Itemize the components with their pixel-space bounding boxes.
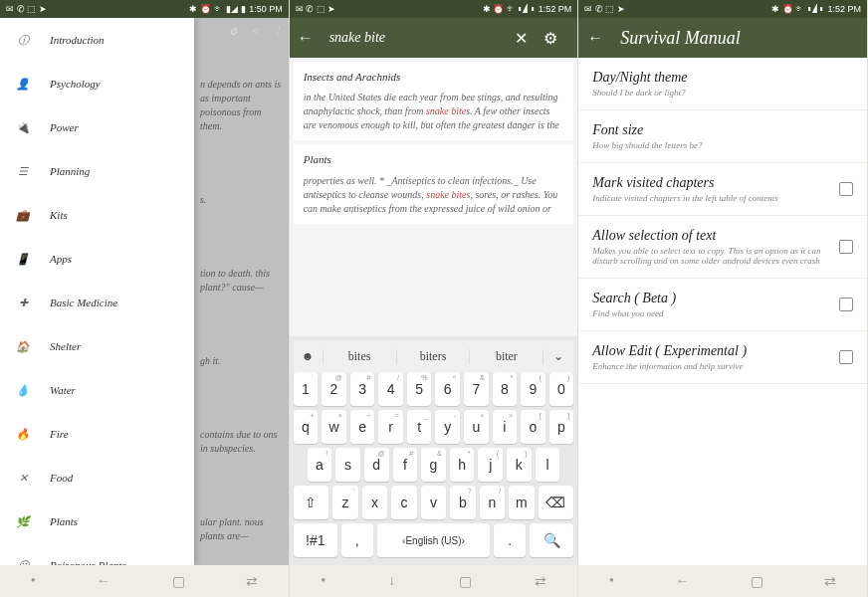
key-y[interactable]: -y bbox=[435, 410, 460, 444]
nav-recent[interactable]: ▢ bbox=[172, 573, 185, 590]
key-6[interactable]: ^6 bbox=[435, 372, 460, 406]
sidebar-item-basic-medicine[interactable]: ✚Basic Medicine bbox=[0, 281, 194, 324]
key-d[interactable]: @d bbox=[364, 448, 389, 482]
key-s[interactable]: s bbox=[335, 448, 360, 482]
key-9[interactable]: (9 bbox=[521, 372, 545, 406]
sidebar-item-psychology[interactable]: 👤Psychology bbox=[0, 62, 194, 105]
key-m[interactable]: m bbox=[509, 486, 534, 519]
sidebar-item-apps[interactable]: 📱Apps bbox=[0, 237, 194, 281]
key-t[interactable]: _t bbox=[407, 410, 432, 444]
sidebar-item-power[interactable]: 🔌Power bbox=[0, 105, 194, 149]
key-h[interactable]: *h bbox=[450, 448, 475, 482]
emoji-key[interactable]: ☻ bbox=[294, 349, 324, 364]
search-result[interactable]: Insects and Arachnidsin the United State… bbox=[294, 62, 574, 140]
nav-switch[interactable]: ⇄ bbox=[535, 573, 546, 590]
nav-back[interactable]: ← bbox=[97, 573, 110, 589]
key-5[interactable]: %5 bbox=[407, 372, 432, 406]
setting-font-size[interactable]: Font sizeHow big should the letters be? bbox=[578, 110, 867, 163]
sidebar-item-planning[interactable]: ☰Planning bbox=[0, 149, 194, 193]
sidebar-item-kits[interactable]: 💼Kits bbox=[0, 193, 194, 237]
checkbox[interactable] bbox=[839, 350, 853, 364]
key-1[interactable]: `1 bbox=[294, 372, 319, 406]
key-3[interactable]: #3 bbox=[350, 372, 375, 406]
setting-mark-visited-chapters[interactable]: Mark visited chaptersIndicate visited ch… bbox=[578, 163, 867, 216]
checkbox[interactable] bbox=[839, 240, 853, 254]
gear-icon[interactable]: ⚙ bbox=[543, 29, 557, 47]
search-input[interactable] bbox=[329, 30, 499, 46]
setting-day-night-theme[interactable]: Day/Night themeShould I be dark or light… bbox=[578, 58, 867, 110]
key-p[interactable]: ]p bbox=[549, 410, 574, 444]
background-text: contains due to ons in subspecies. bbox=[200, 428, 283, 456]
share-icon[interactable]: < bbox=[252, 26, 259, 37]
settings-list[interactable]: Day/Night themeShould I be dark or light… bbox=[578, 58, 867, 565]
sidebar-item-plants[interactable]: 🌿Plants bbox=[0, 499, 194, 543]
checkbox[interactable] bbox=[839, 298, 853, 311]
sidebar-item-water[interactable]: 💧Water bbox=[0, 368, 194, 412]
checkbox[interactable] bbox=[839, 182, 853, 196]
key-z[interactable]: 'z bbox=[332, 486, 357, 519]
settings-app-bar: ← Survival Manual bbox=[578, 18, 867, 58]
sidebar-item-shelter[interactable]: 🏠Shelter bbox=[0, 324, 194, 368]
key-u[interactable]: <u bbox=[464, 410, 489, 444]
key-0[interactable]: )0 bbox=[549, 372, 574, 406]
key-2[interactable]: @2 bbox=[322, 372, 346, 406]
nav-recent[interactable]: ▢ bbox=[459, 573, 472, 590]
nav-dot[interactable]: • bbox=[609, 573, 614, 589]
setting-allow-selection-of-text[interactable]: Allow selection of textMakes you able to… bbox=[578, 216, 867, 279]
setting-allow-edit-experimental-[interactable]: Allow Edit ( Experimental )Enhance the i… bbox=[578, 331, 867, 384]
period-key[interactable]: . bbox=[494, 523, 526, 557]
search-key[interactable]: 🔍 bbox=[530, 523, 573, 557]
nav-switch[interactable]: ⇄ bbox=[824, 573, 836, 590]
space-key[interactable]: ‹ English (US) › bbox=[377, 523, 491, 557]
comma-key[interactable]: , bbox=[341, 523, 373, 557]
backspace-key[interactable]: ⌫ bbox=[539, 486, 574, 519]
sidebar-item-fire[interactable]: 🔥Fire bbox=[0, 412, 194, 456]
key-x[interactable]: x bbox=[362, 486, 387, 519]
overflow-icon[interactable]: ⋮ bbox=[273, 26, 283, 37]
key-a[interactable]: !a bbox=[308, 448, 332, 482]
setting-search-beta-[interactable]: Search ( Beta )Find what you need bbox=[578, 279, 867, 331]
suggestion[interactable]: bites bbox=[324, 349, 397, 364]
key-l[interactable]: l bbox=[536, 448, 560, 482]
gear-icon[interactable]: ⚙ bbox=[229, 26, 238, 37]
suggestion[interactable]: biters bbox=[397, 349, 471, 364]
sidebar-item-food[interactable]: ✕Food bbox=[0, 456, 194, 499]
key-r[interactable]: =r bbox=[378, 410, 403, 444]
search-result[interactable]: Plantsproperties as well. * _Antiseptics… bbox=[294, 144, 574, 223]
sidebar-item-poisonous-plants[interactable]: ☹Poisonous Plants bbox=[0, 543, 194, 565]
back-arrow-icon[interactable]: ← bbox=[298, 29, 314, 47]
key-o[interactable]: [o bbox=[521, 410, 545, 444]
key-g[interactable]: &g bbox=[421, 448, 446, 482]
key-c[interactable]: c bbox=[391, 486, 416, 519]
wifi-icon: ᯤ bbox=[214, 4, 223, 14]
suggestion[interactable]: biter bbox=[470, 349, 543, 364]
key-8[interactable]: *8 bbox=[493, 372, 518, 406]
key-w[interactable]: ×w bbox=[322, 410, 346, 444]
nav-down[interactable]: ↓ bbox=[388, 573, 395, 589]
nav-dot[interactable]: • bbox=[31, 573, 36, 589]
nav-dot[interactable]: • bbox=[321, 573, 326, 589]
key-e[interactable]: ÷e bbox=[350, 410, 375, 444]
shift-key[interactable]: ⇧ bbox=[294, 486, 329, 519]
key-f[interactable]: #f bbox=[393, 448, 418, 482]
key-j[interactable]: (j bbox=[478, 448, 503, 482]
key-7[interactable]: &7 bbox=[464, 372, 489, 406]
key-k[interactable]: )k bbox=[507, 448, 532, 482]
key-v[interactable]: v bbox=[421, 486, 446, 519]
symbols-key[interactable]: !#1 bbox=[294, 523, 337, 557]
key-q[interactable]: +q bbox=[294, 410, 319, 444]
key-n[interactable]: /n bbox=[480, 486, 505, 519]
clear-icon[interactable]: ✕ bbox=[515, 29, 528, 47]
expand-icon[interactable]: ⌄ bbox=[543, 349, 573, 364]
key-4[interactable]: /4 bbox=[378, 372, 403, 406]
back-arrow-icon[interactable]: ← bbox=[586, 29, 604, 47]
key-i[interactable]: >i bbox=[493, 410, 518, 444]
key-b[interactable]: ?b bbox=[450, 486, 475, 519]
nav-recent[interactable]: ▢ bbox=[751, 573, 763, 590]
nav-switch[interactable]: ⇄ bbox=[246, 573, 258, 590]
sidebar-item-introduction[interactable]: ⓘIntroduction bbox=[0, 18, 194, 62]
setting-subtitle: Find what you need bbox=[592, 308, 829, 318]
nav-drawer[interactable]: ⓘIntroduction👤Psychology🔌Power☰Planning💼… bbox=[0, 18, 194, 565]
result-title: Insects and Arachnids bbox=[304, 70, 564, 85]
nav-back[interactable]: ← bbox=[675, 573, 689, 589]
